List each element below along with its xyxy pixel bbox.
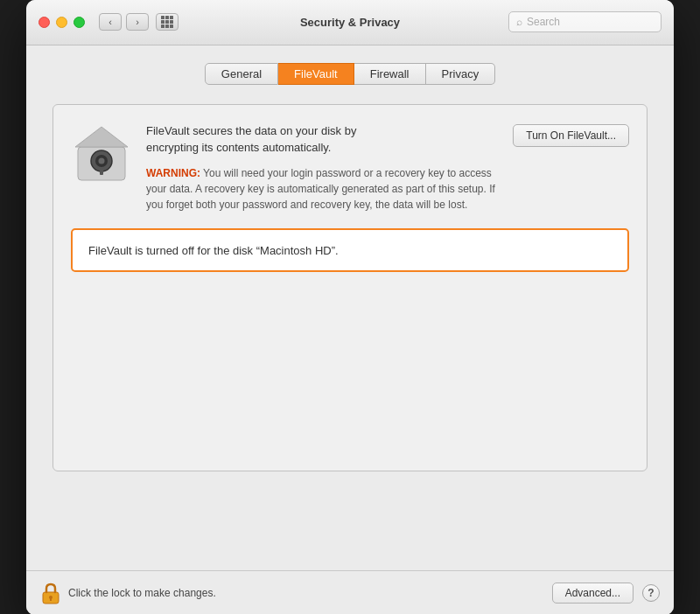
grid-icon <box>161 16 173 28</box>
filevault-description: FileVault secures the data on your disk … <box>146 122 499 157</box>
nav-buttons: ‹ › <box>99 13 149 31</box>
advanced-button[interactable]: Advanced... <box>552 583 634 604</box>
search-placeholder: Search <box>527 16 560 28</box>
filevault-info: FileVault secures the data on your disk … <box>146 122 499 213</box>
forward-button[interactable]: › <box>126 13 149 31</box>
tab-firewall[interactable]: Firewall <box>354 63 426 85</box>
svg-point-4 <box>99 157 105 164</box>
filevault-header: FileVault secures the data on your disk … <box>71 122 629 213</box>
main-window: ‹ › Security & Privacy ⌕ Search General … <box>26 0 674 614</box>
filevault-warning: WARNING: You will need your login passwo… <box>146 165 499 213</box>
traffic-lights <box>38 17 85 28</box>
filevault-panel: FileVault secures the data on your disk … <box>52 104 648 471</box>
grid-button[interactable] <box>156 13 178 31</box>
titlebar: ‹ › Security & Privacy ⌕ Search <box>26 0 674 45</box>
search-box[interactable]: ⌕ Search <box>508 11 662 32</box>
lock-label: Click the lock to make changes. <box>68 587 216 599</box>
lock-button[interactable]: Click the lock to make changes. <box>40 582 216 604</box>
svg-rect-5 <box>100 168 103 175</box>
content-area: General FileVault Firewall Privacy <box>26 45 674 570</box>
tab-filevault[interactable]: FileVault <box>278 63 354 85</box>
svg-marker-1 <box>75 127 128 147</box>
turn-on-filevault-button[interactable]: Turn On FileVault... <box>513 124 629 147</box>
bottom-right-buttons: Advanced... ? <box>552 583 660 604</box>
warning-label: WARNING: <box>146 167 200 179</box>
disk-icon <box>71 122 132 184</box>
help-button[interactable]: ? <box>642 584 660 602</box>
bottom-bar: Click the lock to make changes. Advanced… <box>26 570 674 615</box>
back-button[interactable]: ‹ <box>99 13 122 31</box>
tab-general[interactable]: General <box>205 63 278 85</box>
lock-icon <box>40 582 61 604</box>
filevault-status-text: FileVault is turned off for the disk “Ma… <box>88 244 339 257</box>
minimize-button[interactable] <box>56 17 67 28</box>
tab-bar: General FileVault Firewall Privacy <box>52 63 648 85</box>
window-title: Security & Privacy <box>300 16 400 29</box>
close-button[interactable] <box>38 17 50 28</box>
search-icon: ⌕ <box>516 16 522 28</box>
svg-rect-8 <box>50 598 52 601</box>
tab-privacy[interactable]: Privacy <box>426 63 496 85</box>
maximize-button[interactable] <box>74 17 85 28</box>
filevault-status-box: FileVault is turned off for the disk “Ma… <box>71 228 629 272</box>
